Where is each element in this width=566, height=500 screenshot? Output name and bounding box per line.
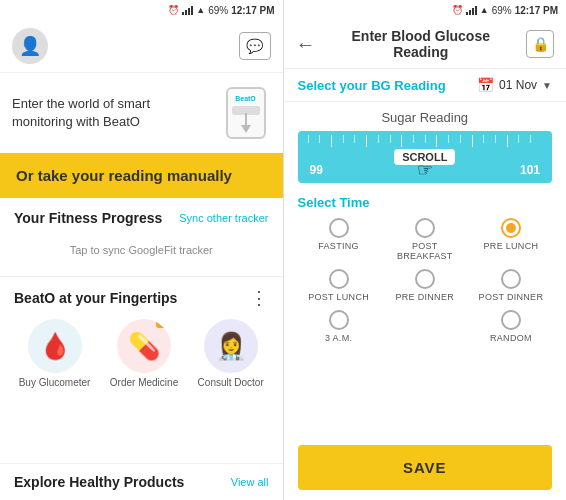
bg-date-row: Select your BG Reading 📅 01 Nov ▼ [284,69,567,102]
right-panel: ⏰ ▲ 69% 12:17 PM ← Enter Blood Glucose R… [284,0,567,500]
explore-title: Explore Healthy Products [14,474,184,490]
avatar[interactable]: 👤 [12,28,48,64]
selected-date: 01 Nov [499,78,537,92]
time-option-empty [384,310,466,343]
order-badge: 5 ↑ [156,319,171,328]
fasting-label: FASTING [318,241,359,251]
pre-dinner-label: PRE DINNER [395,292,454,302]
time-option-random[interactable]: RANDOM [470,310,552,343]
tick [495,135,507,143]
date-selector[interactable]: 📅 01 Nov ▼ [477,77,552,93]
radio-pre-dinner[interactable] [415,269,435,289]
wifi-icon-left: ▲ [196,5,205,15]
tick [390,135,402,143]
back-button[interactable]: ← [296,33,316,56]
wifi-icon-right: ▲ [480,5,489,15]
fingertips-header: BeatO at your Fingertips ⋮ [14,287,269,309]
list-item[interactable]: 💊 5 ↑ Order Medicine [110,319,178,388]
fitness-header: Your Fitness Progress Sync other tracker [14,210,269,226]
tick [460,135,472,143]
time-option-3am[interactable]: 3 A.M. [298,310,380,343]
fitness-title: Your Fitness Progress [14,210,162,226]
tick [343,135,355,143]
pre-lunch-label: PRE LUNCH [484,241,539,251]
lock-icon-box[interactable]: 🔒 [526,30,554,58]
radio-post-breakfast[interactable] [415,218,435,238]
right-header: ← Enter Blood Glucose Reading 🔒 [284,20,567,69]
random-label: RANDOM [490,333,532,343]
select-bg-reading-label: Select your BG Reading [298,78,446,93]
glucometer-icon: 🩸 [39,331,71,362]
time-options-grid: FASTING POST BREAKFAST PRE LUNCH POST LU… [298,218,553,343]
device-shape: BeatO [226,87,266,139]
view-all-link[interactable]: View all [231,476,269,488]
ruler-top-ticks [298,135,553,147]
tick [319,135,331,143]
explore-section: Explore Healthy Products View all [0,463,283,500]
tick [425,135,437,143]
ruler-right-number: 101 [520,163,540,177]
radio-random[interactable] [501,310,521,330]
more-options-icon[interactable]: ⋮ [250,287,269,309]
time-option-pre-lunch[interactable]: PRE LUNCH [470,218,552,261]
tick [448,135,460,143]
battery-left: 69% [208,5,228,16]
hero-text: Enter the world of smart monitoring with… [12,95,213,131]
time-option-pre-dinner[interactable]: PRE DINNER [384,269,466,302]
save-button-area: SAVE [284,435,567,500]
yellow-banner[interactable]: Or take your reading manually [0,153,283,198]
save-button[interactable]: SAVE [298,445,553,490]
doctor-icon: 👩‍⚕️ [215,331,247,362]
time-right: 12:17 PM [515,5,558,16]
time-option-post-dinner[interactable]: POST DINNER [470,269,552,302]
calendar-icon: 📅 [477,77,494,93]
sugar-ruler[interactable]: SCROLL ☞ 99 101 [298,131,553,183]
time-option-post-breakfast[interactable]: POST BREAKFAST [384,218,466,261]
fingertips-section: BeatO at your Fingertips ⋮ 🩸 Buy Glucome… [0,277,283,463]
chat-icon: 💬 [246,38,263,54]
chevron-down-icon: ▼ [542,80,552,91]
doctor-icon-circle: 👩‍⚕️ [204,319,258,373]
list-item[interactable]: 🩸 Buy Glucometer [19,319,91,388]
radio-post-dinner[interactable] [501,269,521,289]
medicine-icon: 💊 [128,331,160,362]
buy-glucometer-label: Buy Glucometer [19,377,91,388]
tick [472,135,484,147]
tick [413,135,425,143]
battery-right: 69% [492,5,512,16]
radio-post-lunch[interactable] [329,269,349,289]
fitness-section: Your Fitness Progress Sync other tracker… [0,198,283,277]
3am-label: 3 A.M. [325,333,352,343]
chat-icon-box[interactable]: 💬 [239,32,271,60]
time-option-fasting[interactable]: FASTING [298,218,380,261]
right-status-bar: ⏰ ▲ 69% 12:17 PM [284,0,567,20]
consult-doctor-label: Consult Doctor [198,377,264,388]
radio-fasting[interactable] [329,218,349,238]
list-item[interactable]: 👩‍⚕️ Consult Doctor [198,319,264,388]
tick [507,135,519,147]
fingertips-title: BeatO at your Fingertips [14,290,177,306]
sync-other-tracker-link[interactable]: Sync other tracker [179,212,268,224]
lock-icon: 🔒 [532,36,549,52]
enter-bg-reading-title: Enter Blood Glucose Reading [326,28,517,60]
device-pointer [241,125,251,133]
post-breakfast-label: POST BREAKFAST [384,241,466,261]
fingertips-items: 🩸 Buy Glucometer 💊 5 ↑ Order Medicine 👩‍… [14,319,269,388]
radio-3am[interactable] [329,310,349,330]
sugar-reading-title: Sugar Reading [298,110,553,125]
status-icons-left: ⏰ ▲ 69% 12:17 PM [168,5,274,16]
status-icons-right: ⏰ ▲ 69% 12:17 PM [452,5,558,16]
post-lunch-label: POST LUNCH [308,292,369,302]
tick [483,135,495,143]
time-option-post-lunch[interactable]: POST LUNCH [298,269,380,302]
left-panel: ⏰ ▲ 69% 12:17 PM 👤 💬 Enter the world of … [0,0,283,500]
tick [436,135,448,147]
sugar-reading-section: Sugar Reading [284,102,567,189]
device-stick [245,113,247,125]
tick [518,135,530,143]
tick [354,135,366,143]
signal-bars-right [466,5,477,15]
radio-pre-lunch[interactable] [501,218,521,238]
order-medicine-label: Order Medicine [110,377,178,388]
hero-section: Enter the world of smart monitoring with… [0,73,283,153]
